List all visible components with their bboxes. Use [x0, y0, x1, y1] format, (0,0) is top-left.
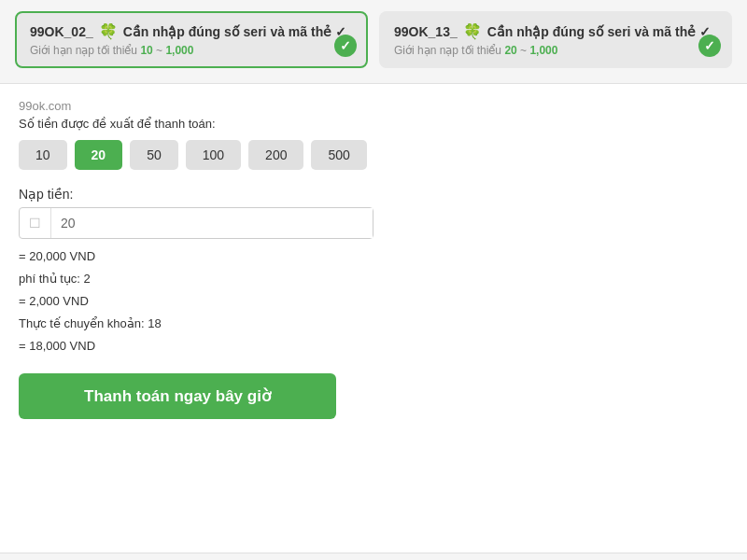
card-99ok-02[interactable]: 99OK_02_ 🍀 Cần nhập đúng số seri và mã t… [15, 11, 368, 68]
card2-limit-min: 20 [504, 44, 516, 57]
card2-limit-max: 1,000 [529, 44, 557, 57]
card2-code: 99OK_13_ [394, 24, 458, 39]
nap-prefix-icon: ☐ [20, 208, 51, 238]
amount-btn-20[interactable]: 20 [75, 140, 123, 170]
clover-icon-2: 🍀 [463, 22, 482, 40]
card1-desc: Cần nhập đúng số seri và mã thẻ ✓ [123, 24, 346, 39]
amount-btn-100[interactable]: 100 [186, 140, 241, 170]
info-line5: = 18,000 VND [19, 336, 728, 357]
card-section: 99OK_02_ 🍀 Cần nhập đúng số seri và mã t… [0, 0, 747, 84]
card1-limit-min: 10 [140, 44, 152, 57]
amount-btn-200[interactable]: 200 [248, 140, 303, 170]
info-line1: = 20,000 VND [19, 246, 728, 267]
card-99ok-13[interactable]: 99OK_13_ 🍀 Cần nhập đúng số seri và mã t… [379, 11, 732, 68]
card1-checkmark: ✓ [334, 35, 357, 57]
info-line3: = 2,000 VND [19, 291, 728, 312]
card2-checkmark: ✓ [698, 35, 721, 57]
nap-label: Nạp tiền: [19, 187, 728, 202]
info-line2: phí thủ tục: 2 [19, 269, 728, 289]
nap-input-wrapper: ☐ [19, 207, 374, 239]
clover-icon-1: 🍀 [99, 22, 118, 40]
amount-btn-10[interactable]: 10 [19, 140, 67, 170]
card1-title: 99OK_02_ 🍀 Cần nhập đúng số seri và mã t… [30, 22, 353, 40]
info-line4: Thực tế chuyển khoản: 18 [19, 314, 728, 334]
amount-btn-50[interactable]: 50 [130, 140, 178, 170]
bottom-bar [0, 553, 747, 560]
card1-limit-max: 1,000 [165, 44, 193, 57]
card2-desc: Cần nhập đúng số seri và mã thẻ ✓ [487, 24, 711, 39]
pay-button[interactable]: Thanh toán ngay bây giờ [19, 373, 336, 419]
nap-input[interactable] [51, 208, 373, 238]
card1-code: 99OK_02_ [30, 24, 93, 39]
suggested-label: Số tiền được đề xuất để thanh toán: [19, 117, 728, 131]
card1-limit: Giới hạn nạp tối thiểu 10 ~ 1,000 [30, 44, 353, 57]
card2-title: 99OK_13_ 🍀 Cần nhập đúng số seri và mã t… [394, 22, 717, 40]
main-content: 99ok.com Số tiền được đề xuất để thanh t… [0, 84, 747, 434]
site-label: 99ok.com [19, 99, 728, 113]
card2-limit: Giới hạn nạp tối thiểu 20 ~ 1,000 [394, 44, 717, 57]
amount-btn-500[interactable]: 500 [311, 140, 366, 170]
amount-buttons: 10 20 50 100 200 500 [19, 140, 728, 170]
